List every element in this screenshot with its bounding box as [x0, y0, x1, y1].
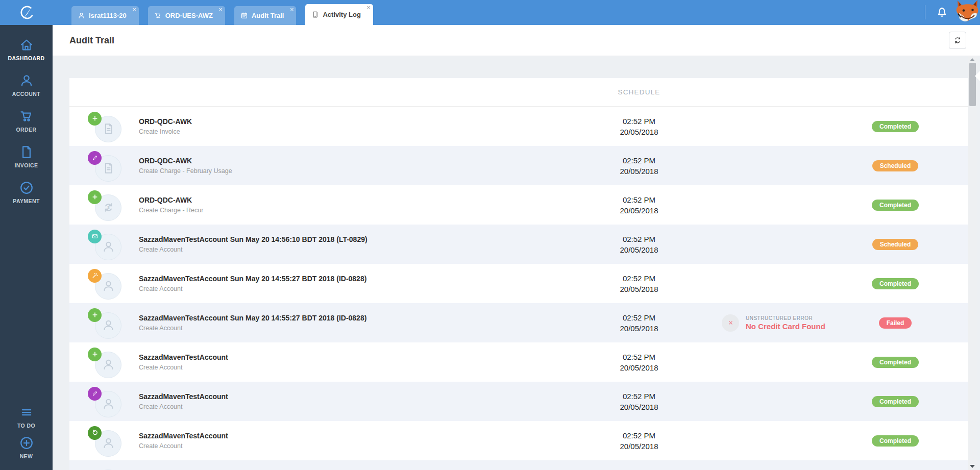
activity-row[interactable]: ORD-QDC-AWK Create Invoice 02:52 PM 20/0…	[69, 107, 968, 146]
error-message: No Credit Card Found	[746, 322, 825, 331]
activity-row[interactable]: SazzadMavenTestAccount Create Account 02…	[69, 421, 968, 460]
activity-row[interactable]: SazzadMavenTestAccount Sun May 20 14:56:…	[69, 225, 968, 264]
status-badge: Completed	[872, 357, 919, 368]
sidebar-item-new[interactable]: NEW	[0, 435, 53, 459]
activity-row[interactable]: $ ORD-QDC-AWK Create Charge - Recur 02:5…	[69, 185, 968, 225]
close-icon[interactable]: ×	[132, 6, 136, 13]
entity-avatar	[88, 424, 121, 458]
scrollbar-thumb[interactable]	[969, 63, 976, 106]
sidebar-nav: DASHBOARD ACCOUNT ORDER INVOICE PAYMENT	[0, 25, 53, 216]
entity-avatar	[88, 110, 121, 143]
error-type-label: UNSTRUCTURED ERROR	[746, 315, 825, 321]
tab-order[interactable]: ORD-UES-AWZ ×	[148, 6, 225, 25]
sidebar: DASHBOARD ACCOUNT ORDER INVOICE PAYMENT …	[0, 0, 53, 470]
status-badge: Completed	[872, 396, 919, 407]
sidebar-item-label: TO DO	[17, 423, 35, 429]
entity-avatar	[88, 267, 121, 301]
sidebar-item-account[interactable]: ACCOUNT	[0, 73, 53, 97]
schedule-time: 02:52 PM	[578, 116, 700, 127]
refresh-button[interactable]	[949, 32, 966, 49]
schedule-date: 20/05/2018	[578, 166, 700, 177]
status-badge: Scheduled	[872, 160, 919, 171]
sidebar-bottom: TO DO NEW	[0, 405, 53, 470]
schedule-date: 20/05/2018	[578, 244, 700, 255]
sidebar-item-label: NEW	[20, 453, 33, 459]
scroll-up-arrow-icon[interactable]	[970, 58, 975, 61]
activity-row[interactable]: SazzadMavenTestAccount Sun May 20 14:55:…	[69, 303, 968, 342]
menu-icon	[19, 405, 34, 420]
page-header: Audit Trail	[53, 25, 980, 56]
person-icon	[102, 397, 115, 411]
plus-icon	[88, 190, 102, 204]
close-icon[interactable]: ×	[366, 4, 371, 11]
activity-title: SazzadMavenTestAccount	[139, 353, 578, 361]
schedule-date: 20/05/2018	[578, 205, 700, 216]
person-icon	[78, 12, 85, 19]
sidebar-item-label: ACCOUNT	[12, 91, 40, 97]
status-badge: Scheduled	[872, 239, 919, 250]
tab-label: ORD-UES-AWZ	[165, 12, 213, 19]
sidebar-item-label: PAYMENT	[13, 198, 39, 204]
scroll-down-arrow-icon[interactable]	[970, 465, 975, 468]
home-icon	[19, 37, 34, 53]
plus-icon	[88, 308, 102, 322]
activity-row[interactable]	[69, 460, 968, 470]
plus-circle-icon	[19, 435, 34, 451]
notifications-bell-icon[interactable]	[936, 6, 948, 19]
entity-avatar	[88, 345, 121, 379]
sidebar-item-invoice[interactable]: INVOICE	[0, 144, 53, 168]
close-icon[interactable]: ×	[290, 6, 294, 13]
tab-label: Activity Log	[323, 11, 360, 18]
open-tabs: israt1113-20 × ORD-UES-AWZ × Audit Trail…	[71, 4, 382, 25]
sidebar-item-order[interactable]: ORDER	[0, 109, 53, 133]
person-icon	[102, 436, 115, 450]
activity-row[interactable]: SazzadMavenTestAccount Create Account 02…	[69, 342, 968, 382]
activity-action: Create Account	[139, 442, 578, 450]
activity-row[interactable]: SazzadMavenTestAccount Create Account 02…	[69, 382, 968, 421]
schedule-time: 02:52 PM	[578, 312, 700, 323]
undo-icon	[88, 426, 102, 440]
topbar-separator	[925, 5, 925, 19]
app-logo[interactable]	[0, 0, 53, 25]
tab-label: Audit Trail	[252, 12, 284, 19]
sidebar-item-label: DASHBOARD	[8, 55, 45, 61]
activity-title: ORD-QDC-AWK	[139, 117, 578, 126]
error-x-icon	[722, 314, 739, 332]
sidebar-item-todo[interactable]: TO DO	[0, 405, 53, 429]
sidebar-item-dashboard[interactable]: DASHBOARD	[0, 37, 53, 61]
entity-avatar	[88, 463, 121, 470]
sidebar-item-payment[interactable]: PAYMENT	[0, 180, 53, 204]
person-icon	[102, 279, 115, 293]
activity-row[interactable]: ORD-QDC-AWK Create Charge - February Usa…	[69, 146, 968, 185]
vertical-scrollbar[interactable]	[968, 56, 977, 470]
close-icon[interactable]: ×	[218, 6, 223, 13]
activity-action: Create Charge - February Usage	[139, 167, 578, 175]
plus-icon	[88, 112, 102, 126]
schedule-time: 02:52 PM	[578, 234, 700, 244]
activity-action: Create Account	[139, 325, 578, 332]
schedule-column-header: SCHEDULE	[578, 88, 700, 96]
person-icon	[19, 73, 34, 88]
cart-icon	[19, 109, 34, 124]
tab-activity-log[interactable]: Activity Log ×	[305, 4, 373, 25]
activity-title: SazzadMavenTestAccount	[139, 432, 578, 440]
entity-avatar	[88, 385, 121, 418]
document-lines-icon	[102, 122, 115, 136]
person-icon	[102, 358, 115, 372]
activity-row[interactable]: SazzadMavenTestAccount Sun May 20 14:55:…	[69, 264, 968, 303]
compass-logo-icon	[17, 4, 36, 22]
activity-table-body: ORD-QDC-AWK Create Invoice 02:52 PM 20/0…	[69, 107, 968, 470]
user-avatar[interactable]	[953, 0, 980, 25]
page-icon	[311, 11, 319, 18]
plus-icon	[88, 348, 102, 361]
cart-icon	[154, 12, 162, 19]
sidebar-item-label: INVOICE	[15, 162, 38, 168]
schedule-time: 02:52 PM	[578, 391, 700, 402]
tab-audit-trail[interactable]: Audit Trail ×	[234, 6, 297, 25]
entity-avatar: $	[88, 188, 121, 222]
person-icon	[102, 318, 115, 332]
envelope-icon	[88, 230, 102, 243]
tab-account[interactable]: israt1113-20 ×	[71, 6, 139, 25]
document-icon	[19, 144, 34, 160]
schedule-time: 02:52 PM	[578, 194, 700, 205]
